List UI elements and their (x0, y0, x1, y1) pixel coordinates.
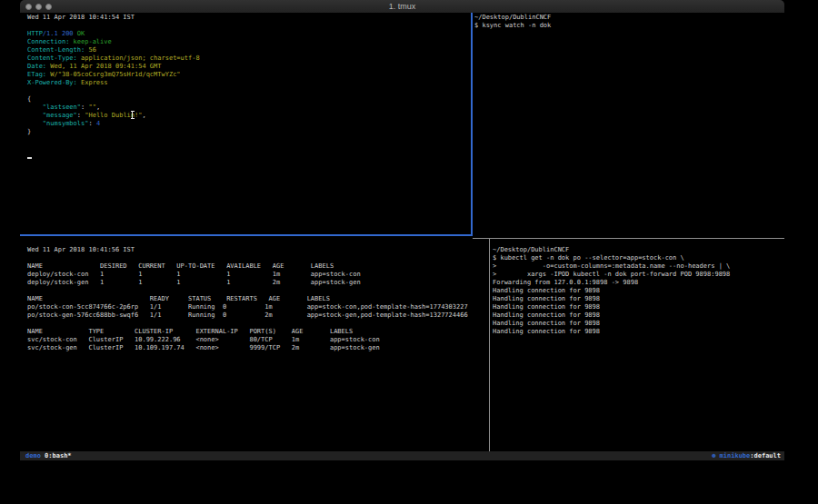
status-kube-context: ⊛ minikube:default (712, 451, 781, 460)
terminal-line (27, 254, 489, 262)
text-segment: > xargs -IPOD kubectl -n dok port-forwar… (493, 271, 730, 278)
terminal-line: Handling connection for 9898 (493, 311, 784, 320)
window-titlebar[interactable]: 1. tmux (20, 0, 784, 13)
text-segment: Handling connection for 9898 (493, 303, 600, 311)
text-segment: NAME DESIRED CURRENT UP-TO-DATE AVAILABL… (27, 262, 334, 270)
text-segment: { (27, 95, 31, 103)
text-segment: svc/stock-gen ClusterIP 10.109.197.74 <n… (27, 344, 380, 351)
text-segment: : (77, 112, 85, 119)
text-segment: } (27, 128, 31, 135)
text-segment: svc/stock-con ClusterIP 10.99.222.96 <no… (27, 336, 380, 343)
terminal-line: Forwarding from 127.0.0.1:9898 -> 9898 (493, 279, 784, 287)
status-kube-cluster: minikube (720, 452, 751, 460)
pane-http-response[interactable]: Wed 11 Apr 2018 10:41:54 ISTHTTP/1.1 200… (20, 13, 471, 234)
terminal-line: po/stock-con-5cc874766c-2p6rp 1/1 Runnin… (27, 303, 489, 311)
terminal-line: $ ksync watch -n dok (474, 22, 784, 30)
terminal-line: Date: Wed, 11 Apr 2018 09:41:54 GMT (27, 63, 471, 71)
terminal-line (27, 22, 471, 30)
text-segment: $ ksync watch -n dok (474, 22, 551, 29)
terminal-line: "message": "Hello Dublin!", (27, 112, 471, 120)
text-segment: application/json; charset=utf-8 (81, 54, 200, 62)
terminal-line: NAME DESIRED CURRENT UP-TO-DATE AVAILABL… (27, 262, 489, 271)
text-segment (27, 120, 43, 127)
text-segment: 4 (96, 120, 100, 127)
text-segment: deploy/stock-gen 1 1 1 1 2m app=stock-ge… (27, 279, 361, 286)
text-segment: HTTP (27, 30, 43, 37)
text-segment: "lastseen" (43, 104, 81, 111)
terminal-line: Handling connection for 9898 (493, 328, 784, 336)
pane-divider-vertical-bottom[interactable] (489, 238, 490, 451)
text-segment: OK (77, 30, 85, 37)
text-segment: : (88, 120, 95, 127)
tmux-terminal: Wed 11 Apr 2018 10:41:54 ISTHTTP/1.1 200… (20, 13, 784, 451)
text-segment: ~/Desktop/DublinCNCF (493, 246, 569, 253)
pane-kubectl-get[interactable]: Wed 11 Apr 2018 10:41:56 ISTNAME DESIRED… (20, 236, 489, 451)
terminal-line (27, 144, 471, 153)
terminal-line: Handling connection for 9898 (493, 287, 784, 295)
text-segment: Content-Type: (27, 54, 77, 62)
text-segment: Forwarding from 127.0.0.1:9898 -> 9898 (493, 279, 638, 286)
terminal-line: Handling connection for 9898 (493, 303, 784, 311)
text-segment: po/stock-gen-576cc688bb-swqf6 1/1 Runnin… (27, 311, 468, 319)
pane-divider-horizontal-right[interactable] (473, 238, 784, 239)
terminal-line: { (27, 95, 471, 104)
desktop: 1. tmux Wed 11 Apr 2018 10:41:54 ISTHTTP… (0, 0, 818, 504)
terminal-line: > -o=custom-columns=:metadata.name --no-… (493, 262, 784, 271)
text-segment: Wed 11 Apr 2018 10:41:56 IST (27, 246, 135, 253)
terminal-line (27, 136, 471, 144)
text-segment: /1.1 200 (43, 30, 77, 37)
text-segment: "message" (43, 112, 77, 119)
terminal-line: Handling connection for 9898 (493, 295, 784, 303)
pane-port-forward[interactable]: ~/Desktop/DublinCNCF$ kubectl get -n dok… (491, 236, 784, 451)
terminal-cursor (27, 157, 32, 160)
terminal-line: Content-Length: 56 (27, 46, 471, 54)
terminal-line: deploy/stock-con 1 1 1 1 1m app=stock-co… (27, 271, 489, 279)
terminal-line: svc/stock-con ClusterIP 10.99.222.96 <no… (27, 336, 489, 344)
pane-ksync-watch[interactable]: ~/Desktop/DublinCNCF$ ksync watch -n dok (473, 13, 784, 234)
terminal-line (27, 153, 471, 161)
text-segment: Connection: (27, 38, 69, 45)
terminal-line: NAME TYPE CLUSTER-IP EXTERNAL-IP PORT(S)… (27, 328, 489, 336)
text-segment: po/stock-con-5cc874766c-2p6rp 1/1 Runnin… (27, 303, 468, 311)
terminal-line: po/stock-gen-576cc688bb-swqf6 1/1 Runnin… (27, 311, 489, 320)
text-segment: , (96, 104, 100, 111)
pane-divider-horizontal-left-active[interactable] (20, 234, 473, 236)
terminal-line: Connection: keep-alive (27, 38, 471, 46)
tmux-status-bar: demo 0:bash* ⊛ minikube:default (20, 451, 784, 460)
terminal-line: Wed 11 Apr 2018 10:41:56 IST (27, 246, 489, 254)
text-segment: X-Powered-By: (27, 79, 77, 86)
text-segment: , (142, 112, 145, 119)
text-segment: Content-Length: (27, 46, 85, 54)
text-segment: 56 (88, 46, 95, 54)
terminal-line: ETag: W/"38-05coCsrg3mQ75sHr1d/qcMTwYZc" (27, 71, 471, 79)
terminal-line (27, 87, 471, 95)
text-segment: Wed, 11 Apr 2018 09:41:54 GMT (50, 63, 161, 70)
status-kube-namespace: :default (750, 452, 781, 460)
text-segment: Express (81, 79, 108, 86)
text-segment: ~/Desktop/DublinCNCF (474, 14, 551, 21)
terminal-line: ~/Desktop/DublinCNCF (474, 14, 784, 22)
helm-icon: ⊛ (712, 452, 719, 460)
terminal-line: svc/stock-gen ClusterIP 10.109.197.74 <n… (27, 344, 489, 352)
text-segment: Handling connection for 9898 (493, 320, 600, 327)
terminal-line: $ kubectl get -n dok po --selector=app=s… (493, 254, 784, 262)
text-segment: Date: (27, 63, 46, 70)
text-segment: NAME READY STATUS RESTARTS AGE LABELS (27, 295, 330, 302)
text-segment: NAME TYPE CLUSTER-IP EXTERNAL-IP PORT(S)… (27, 328, 353, 335)
terminal-line: Wed 11 Apr 2018 10:41:54 IST (27, 14, 471, 22)
terminal-line: X-Powered-By: Express (27, 79, 471, 87)
terminal-line: Content-Type: application/json; charset=… (27, 54, 471, 63)
text-segment (27, 104, 43, 111)
text-segment: "" (88, 104, 95, 111)
terminal-line: Handling connection for 9898 (493, 320, 784, 328)
terminal-line: HTTP/1.1 200 OK (27, 30, 471, 38)
terminal-line: "numsymbols": 4 (27, 120, 471, 128)
text-segment: $ kubectl get -n dok po --selector=app=s… (493, 254, 684, 262)
terminal-line: "lastseen": "", (27, 104, 471, 112)
status-session-name: demo (25, 452, 45, 460)
text-segment: Handling connection for 9898 (493, 328, 600, 335)
text-segment: Handling connection for 9898 (493, 311, 600, 319)
text-segment: "numsymbols" (43, 120, 89, 127)
pane-divider-vertical-top-active[interactable] (471, 13, 473, 236)
status-session-window[interactable]: demo 0:bash* (25, 451, 72, 460)
